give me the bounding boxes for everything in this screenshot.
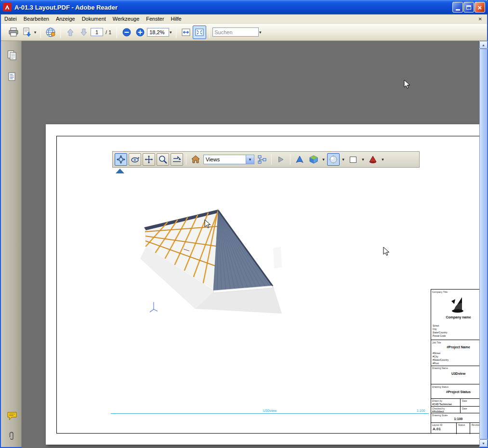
menubar-close-document-icon[interactable]: ✕ bbox=[478, 16, 482, 22]
export-document-icon bbox=[22, 27, 32, 37]
company-street: Street bbox=[433, 324, 448, 328]
attachments-panel-button[interactable] bbox=[5, 429, 18, 442]
walk-icon bbox=[172, 155, 182, 164]
search-dropdown-caret[interactable]: ▾ bbox=[258, 30, 263, 35]
play-animation-button[interactable] bbox=[275, 153, 287, 166]
navigation-pane bbox=[1, 41, 22, 447]
zoom-in-icon bbox=[136, 28, 145, 37]
pan-tool-button[interactable] bbox=[143, 153, 155, 166]
globe-icon bbox=[45, 27, 56, 38]
zoom-tool-button[interactable] bbox=[157, 153, 169, 166]
background-color-swatch-icon bbox=[350, 157, 356, 163]
3d-toolbar-separator bbox=[186, 154, 186, 165]
export-button[interactable] bbox=[20, 26, 34, 39]
layers-panel-button[interactable] bbox=[5, 70, 18, 83]
viewport-bottom-line bbox=[111, 413, 429, 414]
zoom-level-field[interactable]: 18,2% bbox=[147, 28, 169, 37]
scroll-down-button[interactable]: ▼ bbox=[479, 439, 488, 447]
next-page-button[interactable] bbox=[77, 26, 91, 39]
drawn-by-label: Drawn by bbox=[432, 399, 442, 402]
paperclip-icon bbox=[8, 431, 16, 441]
project-post: #Post bbox=[433, 362, 448, 365]
minimize-button[interactable] bbox=[452, 2, 463, 13]
default-view-button[interactable] bbox=[189, 153, 202, 166]
previous-page-button[interactable] bbox=[64, 26, 77, 39]
chevron-down-icon: ▼ bbox=[246, 155, 254, 164]
close-icon: × bbox=[478, 4, 482, 11]
model-render-options-button[interactable] bbox=[307, 153, 320, 166]
web-collaboration-button[interactable] bbox=[44, 26, 57, 39]
rotate-tool-button[interactable] bbox=[115, 153, 127, 166]
model-tree-button[interactable] bbox=[256, 153, 268, 166]
page-number-input[interactable] bbox=[91, 28, 103, 36]
drawing-name-label: Drawing Name bbox=[432, 367, 448, 369]
titlebar[interactable]: A-01.3 Layout.PDF - Adobe Reader × bbox=[0, 0, 488, 14]
search-input[interactable] bbox=[212, 27, 259, 37]
comments-panel-button[interactable] bbox=[5, 409, 18, 422]
fit-width-button[interactable] bbox=[179, 26, 193, 39]
cube-icon bbox=[309, 155, 318, 164]
render-options-caret[interactable]: ▾ bbox=[321, 157, 326, 162]
company-name: Company name bbox=[431, 316, 479, 319]
scrollbar-thumb[interactable] bbox=[479, 49, 488, 439]
menu-bearbeiten[interactable]: Bearbeiten bbox=[20, 15, 53, 23]
lighting-button[interactable] bbox=[327, 153, 340, 166]
minimize-icon bbox=[456, 9, 460, 11]
document-view-area[interactable]: Views ▼ ▾ bbox=[22, 41, 479, 448]
close-button[interactable]: × bbox=[475, 2, 485, 13]
company-postal-code: Postal Code bbox=[433, 334, 448, 338]
menu-fenster[interactable]: Fenster bbox=[143, 15, 167, 23]
scroll-up-button[interactable]: ▲ bbox=[479, 41, 488, 49]
background-color-caret[interactable]: ▾ bbox=[361, 157, 365, 162]
export-dropdown-caret[interactable]: ▾ bbox=[33, 30, 38, 35]
date-label: Date bbox=[462, 399, 467, 402]
adobe-pdf-app-icon bbox=[3, 3, 12, 12]
status-label: Status bbox=[458, 423, 465, 426]
zoom-in-button[interactable] bbox=[133, 26, 147, 39]
3d-toolbar-separator bbox=[290, 154, 290, 165]
views-dropdown[interactable]: Views ▼ bbox=[203, 155, 254, 164]
model-tree-icon bbox=[257, 155, 267, 164]
3d-toolbar-separator bbox=[271, 154, 272, 165]
cross-section-caret[interactable]: ▾ bbox=[381, 157, 385, 162]
menu-werkzeuge[interactable]: Werkzeuge bbox=[109, 15, 143, 23]
spin-tool-button[interactable] bbox=[129, 153, 141, 166]
maximize-icon bbox=[466, 5, 471, 10]
menu-dokument[interactable]: Dokument bbox=[79, 15, 109, 23]
search-field-group: ▾ bbox=[212, 27, 263, 37]
rotate-icon bbox=[116, 155, 126, 164]
cross-section-button[interactable] bbox=[367, 153, 379, 166]
layout-id-label: Layout ID bbox=[432, 423, 442, 426]
menu-datei[interactable]: Datei bbox=[1, 15, 20, 23]
toolbar-separator bbox=[117, 26, 117, 38]
render-mode-button[interactable] bbox=[293, 153, 306, 166]
pages-icon bbox=[7, 50, 17, 61]
zoom-dropdown-caret[interactable]: ▾ bbox=[168, 30, 173, 35]
arrow-down-icon bbox=[79, 28, 88, 37]
revision-label: Revision bbox=[472, 423, 479, 426]
menu-anzeige[interactable]: Anzeige bbox=[53, 15, 79, 23]
vertical-scrollbar[interactable]: ▲ ▼ bbox=[479, 41, 488, 447]
print-button[interactable] bbox=[7, 26, 20, 39]
arrow-up-icon bbox=[66, 28, 75, 37]
3d-toolbar-collapse-arrow[interactable] bbox=[116, 169, 124, 173]
menu-hilfe[interactable]: Hilfe bbox=[168, 15, 185, 23]
maximize-button[interactable] bbox=[463, 2, 474, 13]
walk-tool-button[interactable] bbox=[171, 153, 183, 166]
project-name: #Project Name bbox=[431, 345, 479, 349]
background-color-button[interactable] bbox=[347, 153, 359, 166]
date-label: Date bbox=[462, 407, 467, 410]
play-icon bbox=[277, 156, 285, 163]
zoom-out-button[interactable] bbox=[120, 26, 133, 39]
project-address: #Street #City #State/Country #Post bbox=[433, 352, 448, 365]
side-wall bbox=[273, 247, 282, 268]
comment-bubble-icon bbox=[7, 411, 17, 421]
drawing-status-label: Drawing Status bbox=[432, 385, 448, 388]
toolbar-separator bbox=[176, 26, 176, 38]
project-street: #Street bbox=[433, 352, 448, 355]
3d-roof-model[interactable] bbox=[137, 200, 291, 320]
pages-panel-button[interactable] bbox=[5, 49, 18, 62]
project-state-country: #State/Country bbox=[433, 358, 448, 362]
fit-page-button[interactable] bbox=[193, 26, 206, 39]
lighting-options-caret[interactable]: ▾ bbox=[341, 157, 345, 162]
